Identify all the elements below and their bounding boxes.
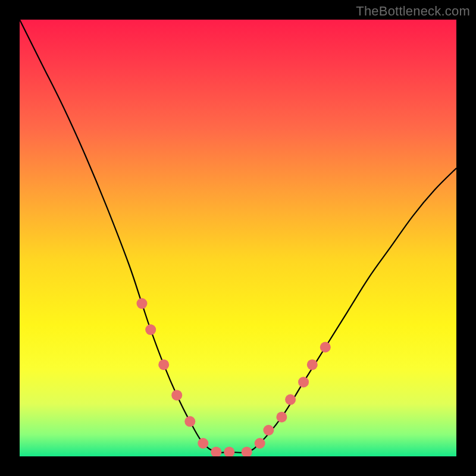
- data-point: [171, 390, 182, 400]
- curve-svg: [20, 20, 456, 456]
- data-point: [211, 447, 221, 456]
- data-point: [145, 324, 156, 335]
- data-point: [320, 342, 331, 353]
- data-point: [137, 298, 148, 309]
- data-point: [158, 359, 169, 370]
- data-point: [198, 438, 208, 449]
- data-point: [255, 438, 265, 449]
- chart-frame: TheBottleneck.com: [0, 0, 476, 476]
- data-point: [263, 425, 274, 436]
- data-point: [224, 447, 234, 456]
- data-point: [285, 394, 296, 405]
- data-point: [242, 447, 252, 456]
- data-point: [307, 359, 318, 370]
- bottleneck-curve: [20, 20, 456, 453]
- marker-group: [137, 298, 331, 456]
- watermark-text: TheBottleneck.com: [356, 4, 470, 19]
- data-point: [184, 416, 195, 427]
- data-point: [276, 412, 287, 422]
- data-point: [298, 377, 309, 387]
- plot-area: [20, 20, 456, 456]
